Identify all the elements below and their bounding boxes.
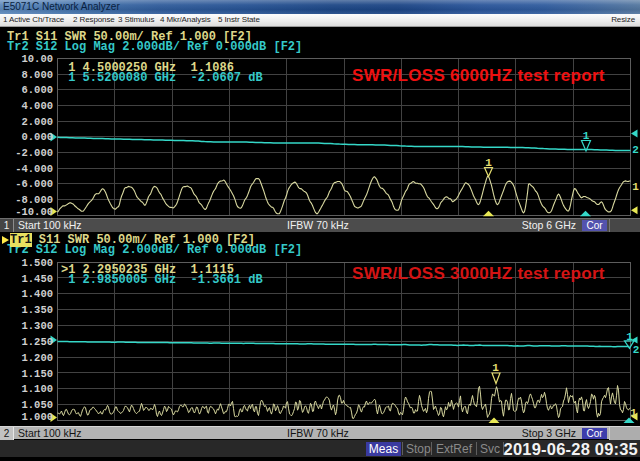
svg-text:2: 2 bbox=[633, 344, 640, 356]
svg-text:-8.000: -8.000 bbox=[15, 194, 53, 206]
svg-text:1: 1 bbox=[583, 130, 590, 142]
svg-text:1.500: 1.500 bbox=[21, 257, 53, 269]
svg-text:6.000: 6.000 bbox=[21, 84, 53, 96]
svg-text:0.000: 0.000 bbox=[21, 131, 53, 143]
svg-text:1.250: 1.250 bbox=[21, 336, 53, 348]
svg-text:-10.00: -10.00 bbox=[15, 206, 53, 218]
svg-text:1.400: 1.400 bbox=[21, 288, 53, 300]
svg-text:1.150: 1.150 bbox=[21, 368, 53, 380]
svg-text:1.350: 1.350 bbox=[21, 304, 53, 316]
svg-text:1: 1 bbox=[626, 331, 633, 343]
svg-text:1: 1 bbox=[492, 362, 499, 374]
svg-text:1.450: 1.450 bbox=[21, 273, 53, 285]
svg-text:2: 2 bbox=[632, 144, 639, 156]
svg-text:1: 1 bbox=[632, 181, 639, 193]
svg-text:1.000: 1.000 bbox=[21, 411, 53, 423]
svg-text:-6.000: -6.000 bbox=[15, 178, 53, 190]
svg-text:2.000: 2.000 bbox=[21, 116, 53, 128]
svg-text:1: 1 bbox=[630, 407, 637, 419]
svg-text:1.100: 1.100 bbox=[21, 383, 53, 395]
svg-text:1.200: 1.200 bbox=[21, 352, 53, 364]
svg-text:8.000: 8.000 bbox=[21, 69, 53, 81]
svg-text:1.050: 1.050 bbox=[21, 399, 53, 411]
svg-text:-2.000: -2.000 bbox=[15, 147, 53, 159]
svg-text:-4.000: -4.000 bbox=[15, 163, 53, 175]
svg-text:1.300: 1.300 bbox=[21, 320, 53, 332]
svg-text:1: 1 bbox=[485, 157, 492, 169]
svg-text:4.000: 4.000 bbox=[21, 100, 53, 112]
svg-text:10.00: 10.00 bbox=[21, 53, 53, 65]
